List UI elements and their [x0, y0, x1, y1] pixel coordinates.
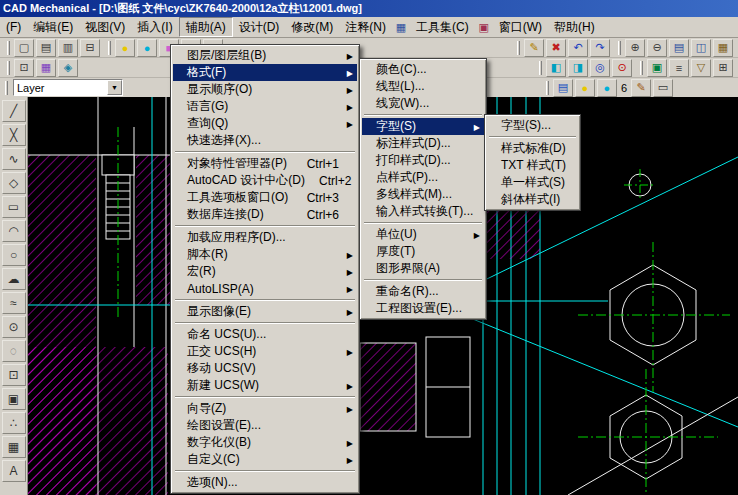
- menubar-item-design[interactable]: 设计(D): [233, 17, 286, 37]
- open-button[interactable]: ▤: [36, 39, 56, 57]
- list-button[interactable]: ≡: [669, 59, 689, 77]
- menubar-item-toolset[interactable]: 工具集(C): [410, 17, 475, 37]
- menu-item[interactable]: 选项(N)...: [173, 474, 357, 491]
- layer-combo[interactable]: Layer ▼: [13, 79, 123, 96]
- new-button[interactable]: ▢: [14, 39, 34, 57]
- menu-item[interactable]: 字型(S)▶: [362, 118, 484, 135]
- lamp-on-button[interactable]: ●: [115, 39, 135, 57]
- hatch-tool-button[interactable]: ▦: [713, 39, 733, 57]
- menu-item[interactable]: AutoLISP(A)▶: [173, 280, 357, 297]
- plot-button[interactable]: ⊟: [80, 39, 100, 57]
- menu-item[interactable]: 样式标准(D): [487, 140, 578, 157]
- menu-item[interactable]: 格式(F)▶: [173, 64, 357, 81]
- menubar-item-file[interactable]: (F): [0, 17, 27, 37]
- layer-pencil-button[interactable]: ✎: [631, 79, 651, 97]
- chevron-down-icon[interactable]: ▼: [107, 80, 122, 95]
- menu-item[interactable]: 斜体样式(I): [487, 191, 578, 208]
- polyline-button[interactable]: ∿: [2, 148, 26, 170]
- polygon-button[interactable]: ◇: [2, 172, 26, 194]
- make-block-button[interactable]: ▣: [2, 388, 26, 410]
- menu-item[interactable]: 向导(Z)▶: [173, 400, 357, 417]
- menu-item[interactable]: 单一样式(S): [487, 174, 578, 191]
- toolbar-grip[interactable]: [7, 61, 10, 75]
- lamp-freeze-button[interactable]: ●: [137, 39, 157, 57]
- redo-button[interactable]: ↷: [590, 39, 610, 57]
- menu-item[interactable]: 多线样式(M)...: [362, 186, 484, 203]
- menu-item[interactable]: 线型(L)...: [362, 78, 484, 95]
- view-left-button[interactable]: ◧: [546, 59, 566, 77]
- box-menu-icon[interactable]: ▣: [475, 17, 493, 37]
- toolbar-grip[interactable]: [5, 81, 8, 95]
- menu-item[interactable]: 显示图像(E)▶: [173, 303, 357, 320]
- toolbar-grip[interactable]: [640, 61, 643, 75]
- menu-item[interactable]: 对象特性管理器(P)Ctrl+1: [173, 155, 357, 172]
- block-insert-button[interactable]: ⊡: [14, 59, 34, 77]
- point-button[interactable]: ∴: [2, 412, 26, 434]
- insert-block-button[interactable]: ⊡: [2, 364, 26, 386]
- menu-item[interactable]: 单位(U)▶: [362, 226, 484, 243]
- menu-item[interactable]: 输入样式转换(T)...: [362, 203, 484, 220]
- menubar-item-insert[interactable]: 插入(I): [131, 17, 178, 37]
- save-button[interactable]: ▥: [58, 39, 78, 57]
- menu-item[interactable]: 命名 UCS(U)...: [173, 326, 357, 343]
- menubar-item-window[interactable]: 窗口(W): [493, 17, 548, 37]
- hatch-edit-button[interactable]: ▦: [36, 59, 56, 77]
- menu-item[interactable]: 重命名(R)...: [362, 283, 484, 300]
- construction-line-button[interactable]: ╳: [2, 124, 26, 146]
- ellipse-arc-button[interactable]: ◌: [2, 340, 26, 362]
- layer-copy-button[interactable]: ◫: [691, 39, 711, 57]
- layer-stack-button[interactable]: ▤: [553, 79, 573, 97]
- menu-item[interactable]: 自定义(C)▶: [173, 451, 357, 468]
- layergroup-lamp-freeze-button[interactable]: ●: [597, 79, 617, 97]
- menu-item[interactable]: 正交 UCS(H)▶: [173, 343, 357, 360]
- view-right-button[interactable]: ◨: [568, 59, 588, 77]
- object-snap-button[interactable]: ◈: [58, 59, 78, 77]
- menu-item[interactable]: 数字化仪(B)▶: [173, 434, 357, 451]
- menu-item[interactable]: 字型(S)...: [487, 117, 578, 134]
- undo-button[interactable]: ↶: [568, 39, 588, 57]
- menu-item[interactable]: 移动 UCS(V): [173, 360, 357, 377]
- menu-item[interactable]: 打印样式(D)...: [362, 152, 484, 169]
- menu-item[interactable]: 查询(Q)▶: [173, 115, 357, 132]
- triangle-tool-button[interactable]: ▽: [691, 59, 711, 77]
- menubar-item-view[interactable]: 视图(V): [79, 17, 131, 37]
- menubar-item-annotate[interactable]: 注释(N): [339, 17, 392, 37]
- mtext-button[interactable]: A: [2, 460, 26, 482]
- layergroup-lamp-on-button[interactable]: ●: [575, 79, 595, 97]
- revision-cloud-button[interactable]: ☁: [2, 268, 26, 290]
- ellipse-button[interactable]: ⊙: [2, 316, 26, 338]
- menu-item[interactable]: 新建 UCS(W)▶: [173, 377, 357, 394]
- menu-item[interactable]: 数据库连接(D)Ctrl+6: [173, 206, 357, 223]
- menubar-item-assist[interactable]: 辅助(A): [179, 17, 233, 37]
- menu-item[interactable]: 线宽(W)...: [362, 95, 484, 112]
- menu-item[interactable]: 颜色(C)...: [362, 61, 484, 78]
- toolbar-grip[interactable]: [108, 41, 111, 55]
- menu-item[interactable]: 厚度(T): [362, 243, 484, 260]
- grid-tool-button[interactable]: ⊞: [713, 59, 733, 77]
- menu-item[interactable]: 点样式(P)...: [362, 169, 484, 186]
- line-button[interactable]: ╱: [2, 100, 26, 122]
- zoom-in-button[interactable]: ⊕: [625, 39, 645, 57]
- rectangle-button[interactable]: ▭: [2, 196, 26, 218]
- menu-item[interactable]: AutoCAD 设计中心(D)Ctrl+2: [173, 172, 357, 189]
- edit-pencil-button[interactable]: ✎: [524, 39, 544, 57]
- toolbar-grip[interactable]: [517, 41, 520, 55]
- toolbar-grip[interactable]: [539, 61, 542, 75]
- menu-item[interactable]: 工程图设置(E)...: [362, 300, 484, 317]
- spline-button[interactable]: ≈: [2, 292, 26, 314]
- grid-menu-icon[interactable]: ▦: [392, 17, 410, 37]
- menubar-item-edit[interactable]: 编辑(E): [27, 17, 79, 37]
- center-mark-button[interactable]: ⊙: [612, 59, 632, 77]
- layer-sheet-button[interactable]: ▤: [669, 39, 689, 57]
- menu-item[interactable]: 快速选择(X)...: [173, 132, 357, 149]
- menu-item[interactable]: 绘图设置(E)...: [173, 417, 357, 434]
- menubar-item-modify[interactable]: 修改(M): [285, 17, 339, 37]
- toolbar-grip[interactable]: [546, 81, 549, 95]
- menubar-item-help[interactable]: 帮助(H): [548, 17, 601, 37]
- menu-item[interactable]: TXT 样式(T): [487, 157, 578, 174]
- zoom-out-button[interactable]: ⊖: [647, 39, 667, 57]
- title-bar[interactable]: CAD Mechanical - [D:\图纸 文件\cyc\ZK7640-20…: [0, 0, 738, 17]
- menu-item[interactable]: 显示顺序(O)▶: [173, 81, 357, 98]
- target-button[interactable]: ◎: [590, 59, 610, 77]
- menu-item[interactable]: 工具选项板窗口(O)Ctrl+3: [173, 189, 357, 206]
